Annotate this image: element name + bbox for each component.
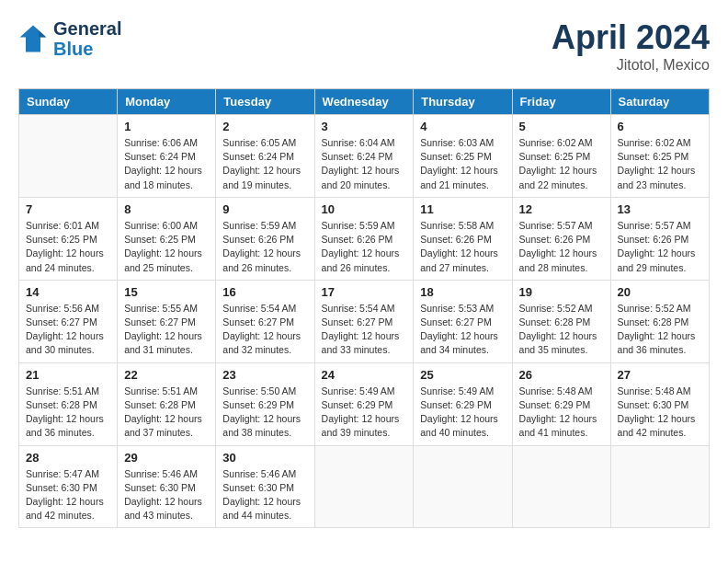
calendar-cell: 28Sunrise: 5:47 AMSunset: 6:30 PMDayligh…: [19, 445, 118, 528]
title-block: April 2024 Jitotol, Mexico: [552, 18, 710, 74]
day-number: 12: [519, 202, 604, 216]
day-number: 6: [618, 120, 702, 133]
day-number: 29: [124, 451, 209, 465]
day-number: 22: [124, 368, 209, 382]
weekday-header-saturday: Saturday: [610, 89, 709, 115]
day-info: Sunrise: 5:59 AMSunset: 6:26 PMDaylight:…: [222, 219, 307, 275]
page-header: General Blue April 2024 Jitotol, Mexico: [18, 18, 710, 74]
week-row-3: 14Sunrise: 5:56 AMSunset: 6:27 PMDayligh…: [19, 280, 710, 362]
calendar-cell: 10Sunrise: 5:59 AMSunset: 6:26 PMDayligh…: [314, 197, 414, 280]
calendar-table: SundayMondayTuesdayWednesdayThursdayFrid…: [18, 88, 710, 528]
day-number: 10: [322, 202, 407, 216]
day-info: Sunrise: 5:57 AMSunset: 6:26 PMDaylight:…: [519, 219, 604, 275]
calendar-cell: 19Sunrise: 5:52 AMSunset: 6:28 PMDayligh…: [512, 280, 610, 362]
weekday-header-wednesday: Wednesday: [314, 89, 414, 115]
calendar-cell: 26Sunrise: 5:48 AMSunset: 6:29 PMDayligh…: [512, 362, 610, 445]
weekday-header-monday: Monday: [118, 89, 216, 115]
day-info: Sunrise: 5:59 AMSunset: 6:26 PMDaylight:…: [322, 219, 407, 275]
logo-line2: Blue: [53, 39, 121, 59]
day-number: 27: [618, 368, 702, 382]
day-info: Sunrise: 5:47 AMSunset: 6:30 PMDaylight:…: [26, 467, 110, 523]
location: Jitotol, Mexico: [552, 57, 710, 74]
svg-marker-0: [20, 26, 47, 52]
calendar-cell: 6Sunrise: 6:02 AMSunset: 6:25 PMDaylight…: [610, 115, 709, 198]
day-info: Sunrise: 5:54 AMSunset: 6:27 PMDaylight:…: [322, 302, 407, 358]
day-number: 28: [26, 451, 110, 465]
day-info: Sunrise: 5:55 AMSunset: 6:27 PMDaylight:…: [124, 302, 209, 358]
week-row-2: 7Sunrise: 6:01 AMSunset: 6:25 PMDaylight…: [19, 197, 710, 280]
day-info: Sunrise: 5:56 AMSunset: 6:27 PMDaylight:…: [26, 302, 110, 358]
calendar-cell: 14Sunrise: 5:56 AMSunset: 6:27 PMDayligh…: [19, 280, 118, 362]
day-info: Sunrise: 6:04 AMSunset: 6:24 PMDaylight:…: [322, 136, 407, 192]
calendar-cell: 2Sunrise: 6:05 AMSunset: 6:24 PMDaylight…: [216, 115, 314, 198]
day-number: 30: [222, 451, 307, 465]
day-info: Sunrise: 5:49 AMSunset: 6:29 PMDaylight:…: [322, 385, 407, 441]
day-number: 1: [124, 120, 209, 133]
day-number: 25: [420, 368, 505, 382]
logo: General Blue: [18, 18, 121, 59]
day-info: Sunrise: 5:53 AMSunset: 6:27 PMDaylight:…: [420, 302, 505, 358]
day-info: Sunrise: 5:48 AMSunset: 6:29 PMDaylight:…: [519, 385, 604, 441]
calendar-cell: 25Sunrise: 5:49 AMSunset: 6:29 PMDayligh…: [414, 362, 512, 445]
day-info: Sunrise: 6:05 AMSunset: 6:24 PMDaylight:…: [222, 136, 307, 192]
calendar-cell: 9Sunrise: 5:59 AMSunset: 6:26 PMDaylight…: [216, 197, 314, 280]
calendar-cell: 18Sunrise: 5:53 AMSunset: 6:27 PMDayligh…: [414, 280, 512, 362]
calendar-cell: 4Sunrise: 6:03 AMSunset: 6:25 PMDaylight…: [414, 115, 512, 198]
calendar-cell: [19, 115, 118, 198]
calendar-cell: 22Sunrise: 5:51 AMSunset: 6:28 PMDayligh…: [118, 362, 216, 445]
day-number: 20: [618, 285, 702, 299]
calendar-cell: 27Sunrise: 5:48 AMSunset: 6:30 PMDayligh…: [610, 362, 709, 445]
day-info: Sunrise: 6:06 AMSunset: 6:24 PMDaylight:…: [124, 136, 209, 192]
calendar-cell: 24Sunrise: 5:49 AMSunset: 6:29 PMDayligh…: [314, 362, 414, 445]
day-number: 18: [420, 285, 505, 299]
day-info: Sunrise: 6:01 AMSunset: 6:25 PMDaylight:…: [26, 219, 110, 275]
day-number: 14: [26, 285, 110, 299]
day-number: 4: [420, 120, 505, 133]
day-info: Sunrise: 5:52 AMSunset: 6:28 PMDaylight:…: [618, 302, 702, 358]
calendar-cell: [610, 445, 709, 528]
week-row-5: 28Sunrise: 5:47 AMSunset: 6:30 PMDayligh…: [19, 445, 710, 528]
day-info: Sunrise: 5:49 AMSunset: 6:29 PMDaylight:…: [420, 385, 505, 441]
week-row-1: 1Sunrise: 6:06 AMSunset: 6:24 PMDaylight…: [19, 115, 710, 198]
calendar-cell: [512, 445, 610, 528]
day-number: 17: [322, 285, 407, 299]
logo-icon: [18, 24, 48, 53]
calendar-cell: 30Sunrise: 5:46 AMSunset: 6:30 PMDayligh…: [216, 445, 314, 528]
day-info: Sunrise: 5:51 AMSunset: 6:28 PMDaylight:…: [26, 385, 110, 441]
day-number: 5: [519, 120, 604, 133]
day-number: 15: [124, 285, 209, 299]
calendar-cell: 16Sunrise: 5:54 AMSunset: 6:27 PMDayligh…: [216, 280, 314, 362]
day-info: Sunrise: 6:02 AMSunset: 6:25 PMDaylight:…: [618, 136, 702, 192]
calendar-cell: 20Sunrise: 5:52 AMSunset: 6:28 PMDayligh…: [610, 280, 709, 362]
calendar-cell: 21Sunrise: 5:51 AMSunset: 6:28 PMDayligh…: [19, 362, 118, 445]
day-info: Sunrise: 6:02 AMSunset: 6:25 PMDaylight:…: [519, 136, 604, 192]
day-number: 26: [519, 368, 604, 382]
day-info: Sunrise: 5:51 AMSunset: 6:28 PMDaylight:…: [124, 385, 209, 441]
weekday-header-tuesday: Tuesday: [216, 89, 314, 115]
day-info: Sunrise: 5:46 AMSunset: 6:30 PMDaylight:…: [222, 467, 307, 523]
calendar-cell: 11Sunrise: 5:58 AMSunset: 6:26 PMDayligh…: [414, 197, 512, 280]
day-number: 21: [26, 368, 110, 382]
day-info: Sunrise: 6:00 AMSunset: 6:25 PMDaylight:…: [124, 219, 209, 275]
day-info: Sunrise: 6:03 AMSunset: 6:25 PMDaylight:…: [420, 136, 505, 192]
day-info: Sunrise: 5:52 AMSunset: 6:28 PMDaylight:…: [519, 302, 604, 358]
day-number: 11: [420, 202, 505, 216]
calendar-cell: 3Sunrise: 6:04 AMSunset: 6:24 PMDaylight…: [314, 115, 414, 198]
day-info: Sunrise: 5:57 AMSunset: 6:26 PMDaylight:…: [618, 219, 702, 275]
day-number: 13: [618, 202, 702, 216]
day-info: Sunrise: 5:54 AMSunset: 6:27 PMDaylight:…: [222, 302, 307, 358]
calendar-cell: 13Sunrise: 5:57 AMSunset: 6:26 PMDayligh…: [610, 197, 709, 280]
calendar-cell: 7Sunrise: 6:01 AMSunset: 6:25 PMDaylight…: [19, 197, 118, 280]
weekday-header-thursday: Thursday: [414, 89, 512, 115]
calendar-cell: 15Sunrise: 5:55 AMSunset: 6:27 PMDayligh…: [118, 280, 216, 362]
calendar-cell: 1Sunrise: 6:06 AMSunset: 6:24 PMDaylight…: [118, 115, 216, 198]
calendar-cell: [414, 445, 512, 528]
day-number: 24: [322, 368, 407, 382]
day-number: 7: [26, 202, 110, 216]
calendar-cell: 23Sunrise: 5:50 AMSunset: 6:29 PMDayligh…: [216, 362, 314, 445]
calendar-cell: 8Sunrise: 6:00 AMSunset: 6:25 PMDaylight…: [118, 197, 216, 280]
day-number: 16: [222, 285, 307, 299]
month-title: April 2024: [552, 18, 710, 57]
day-number: 19: [519, 285, 604, 299]
day-info: Sunrise: 5:50 AMSunset: 6:29 PMDaylight:…: [222, 385, 307, 441]
